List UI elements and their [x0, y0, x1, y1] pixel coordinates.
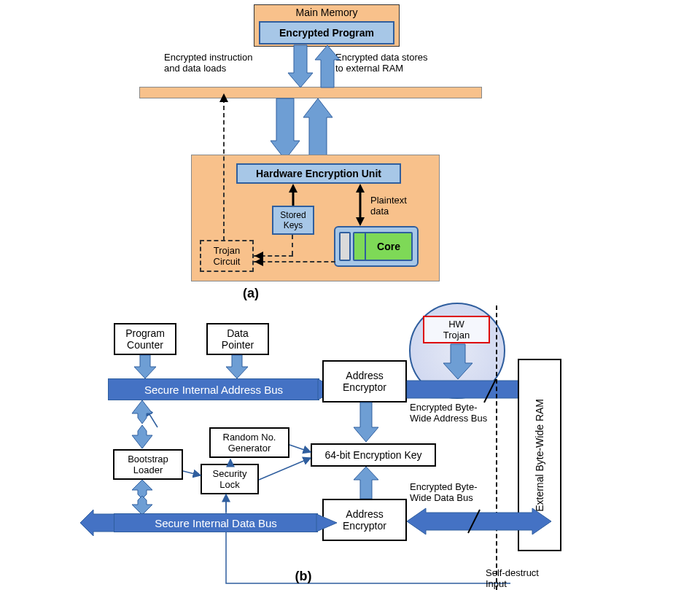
boundary-line [496, 306, 497, 590]
dash-arrow-trojan-core [254, 257, 265, 267]
addr-encryptor-top: Address Encryptor [322, 360, 407, 402]
svg-marker-26 [132, 400, 152, 424]
enc-byte-addr-label: Encrypted Byte- Wide Address Bus [410, 402, 519, 424]
trojan-circuit-box: Trojan Circuit [200, 240, 254, 272]
label-b: (b) [289, 569, 318, 584]
data-pointer-label: Data Pointer [222, 327, 254, 351]
hw-trojan-label: HW Trojan [443, 319, 470, 341]
black-arrow-keys [286, 184, 300, 206]
core-box: Core [365, 232, 413, 261]
svg-marker-3 [303, 98, 332, 160]
enc-byte-data-label: Encrypted Byte- Wide Data Bus [410, 481, 519, 503]
bootstrap-label: Bootstrap Loader [128, 454, 168, 475]
data-pointer-box: Data Pointer [206, 323, 269, 355]
dash-arrow-trojan-bus [218, 93, 230, 104]
enc-key-label: 64-bit Encryption Key [324, 449, 421, 461]
plaintext-label: Plaintext data [370, 195, 421, 217]
doublearrow-bootstrap-bot [128, 480, 157, 516]
heu-box: Hardware Encryption Unit [236, 163, 401, 184]
data-bus-larrow [80, 510, 117, 536]
stored-keys-label: Stored Keys [280, 210, 306, 230]
main-memory-label: Main Memory [296, 7, 358, 18]
encrypted-program-box: Encrypted Program [259, 21, 394, 44]
svg-marker-2 [271, 98, 300, 160]
svg-marker-10 [254, 257, 263, 266]
program-counter-box: Program Counter [114, 323, 176, 355]
data-bus-label: Secure Internal Data Bus [155, 517, 277, 529]
arrow-up-bus [303, 98, 332, 161]
core-strip [339, 232, 351, 261]
svg-marker-13 [226, 355, 248, 378]
addr-bus: Secure Internal Address Bus [108, 378, 319, 400]
slash-data [467, 508, 481, 534]
svg-marker-18 [354, 402, 378, 442]
black-arrow-core [353, 184, 368, 228]
svg-line-21 [259, 458, 311, 480]
arrow-key-up [354, 467, 378, 500]
left-caption: Encrypted instruction and data loads [164, 52, 288, 74]
arrow-dp-bus [226, 355, 248, 380]
svg-marker-1 [315, 45, 340, 88]
svg-marker-8 [356, 217, 365, 226]
encrypted-program-label: Encrypted Program [279, 27, 374, 39]
core-label: Core [377, 241, 400, 252]
doublearrow-bootstrap-top [128, 400, 157, 450]
svg-marker-19 [354, 467, 378, 499]
bootstrap-box: Bootstrap Loader [113, 449, 183, 480]
svg-line-20 [289, 445, 311, 452]
label-a: (a) [236, 286, 265, 301]
addr-encryptor-bot-label: Address Encryptor [343, 508, 386, 532]
trojan-circuit-label: Trojan Circuit [214, 245, 241, 267]
arrow-up-mem [315, 45, 340, 89]
hw-trojan-box: HW Trojan [423, 316, 490, 343]
addr-bus-label: Secure Internal Address Bus [144, 384, 283, 396]
svg-line-31 [468, 510, 480, 533]
arrow-down-mem [288, 45, 313, 89]
svg-marker-11 [219, 93, 228, 102]
rng-label: Random No. Generator [223, 432, 276, 454]
arrow-pc-bus [134, 355, 156, 380]
self-destruct-label: Self-destruct Input [486, 567, 566, 589]
sec-lock-box: Security Lock [201, 464, 259, 494]
arrow-enc-to-key [354, 402, 378, 443]
rng-box: Random No. Generator [209, 427, 289, 458]
heu-label: Hardware Encryption Unit [256, 168, 381, 179]
addr-encryptor-top-label: Address Encryptor [343, 370, 386, 393]
program-counter-label: Program Counter [125, 327, 165, 351]
svg-marker-0 [288, 45, 313, 88]
main-memory-box: Main Memory Encrypted Program [254, 4, 400, 47]
arrow-hwtrojan-down [443, 344, 472, 381]
data-bus-rarrow [316, 510, 338, 536]
svg-marker-29 [132, 496, 152, 515]
sec-lock-label: Security Lock [213, 468, 247, 490]
svg-marker-33 [316, 514, 337, 532]
svg-marker-15 [443, 344, 472, 379]
ext-ram-label: External Byte-Wide RAM [534, 399, 545, 512]
svg-marker-7 [356, 184, 365, 192]
svg-line-17 [484, 379, 496, 402]
stored-keys-box: Stored Keys [272, 206, 314, 235]
right-caption: Encrypted data stores to external RAM [335, 52, 467, 74]
svg-marker-27 [132, 425, 152, 448]
svg-line-23 [183, 471, 201, 475]
svg-marker-5 [289, 184, 298, 192]
enc-key-box: 64-bit Encryption Key [311, 443, 436, 467]
svg-marker-12 [134, 355, 156, 378]
data-bus: Secure Internal Data Bus [114, 513, 318, 532]
arrow-down-bus [271, 98, 300, 161]
slash-addr [483, 378, 497, 404]
svg-marker-32 [80, 510, 115, 536]
